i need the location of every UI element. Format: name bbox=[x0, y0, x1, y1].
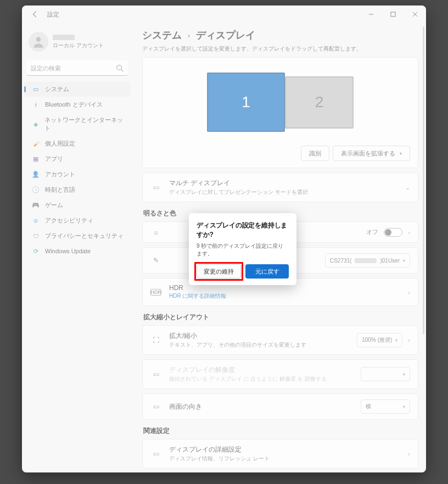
dialog-text: 9 秒で前のディスプレイ設定に戻ります。 bbox=[197, 242, 289, 258]
keep-changes-button[interactable]: 変更の維持 bbox=[197, 264, 241, 279]
revert-button[interactable]: 元に戻す bbox=[245, 264, 289, 279]
dialog-title: ディスプレイの設定を維持しますか? bbox=[197, 221, 289, 240]
modal-overlay: ディスプレイの設定を維持しますか? 9 秒で前のディスプレイ設定に戻ります。 変… bbox=[22, 5, 426, 472]
keep-settings-dialog: ディスプレイの設定を維持しますか? 9 秒で前のディスプレイ設定に戻ります。 変… bbox=[189, 213, 296, 285]
settings-window: 設定 ローカル アカウント bbox=[22, 5, 426, 472]
